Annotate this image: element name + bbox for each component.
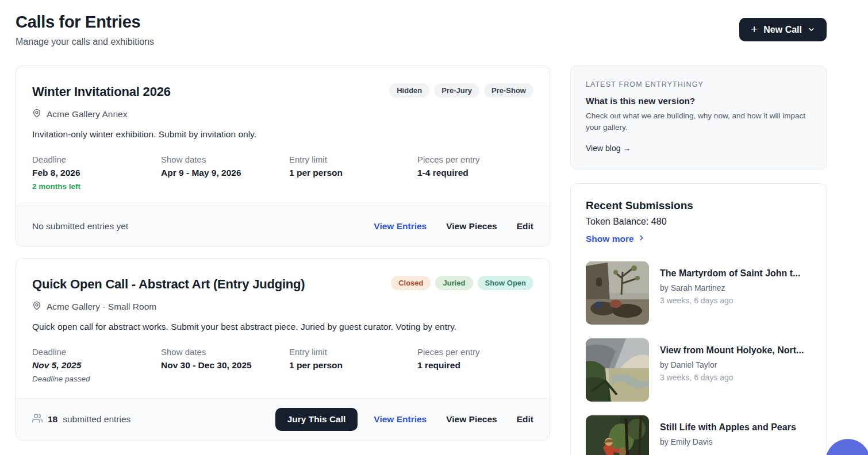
calls-list: Winter Invitational 2026 Hidden Pre-Jury… — [16, 65, 550, 452]
call-title: Quick Open Call - Abstract Art (Entry Ju… — [32, 275, 305, 292]
call-location: Acme Gallery - Small Room — [47, 302, 156, 312]
status-badge-pre-jury: Pre-Jury — [434, 83, 479, 98]
submission-title[interactable]: View from Mount Holyoke, Nort... — [660, 345, 804, 356]
submission-time: 3 weeks, 6 days ago — [660, 373, 804, 382]
call-footer: 18 submitted entries Jury This Call View… — [16, 398, 550, 440]
submission-artist: by Daniel Taylor — [660, 360, 804, 369]
calls-for-entries-page: Calls for Entries Manage your calls and … — [0, 0, 868, 455]
view-pieces-link[interactable]: View Pieces — [446, 414, 497, 425]
call-badges: Closed Juried Show Open — [391, 275, 533, 290]
view-entries-link[interactable]: View Entries — [374, 221, 427, 232]
plus-icon: + — [751, 23, 758, 35]
call-title: Winter Invitational 2026 — [32, 82, 171, 99]
detail-show-dates: Show dates Apr 9 - May 9, 2026 — [161, 155, 289, 191]
submission-item: The Martyrdom of Saint John t... by Sara… — [586, 261, 812, 325]
detail-deadline: Deadline Feb 8, 2026 2 months left — [32, 155, 161, 191]
call-description: Invitation-only winter exhibition. Submi… — [32, 129, 533, 140]
view-blog-link[interactable]: View blog → — [586, 144, 631, 153]
new-call-label: New Call — [763, 25, 802, 35]
submission-item: Still Life with Apples and Pears by Emil… — [586, 415, 812, 455]
status-badge-show-open: Show Open — [478, 276, 534, 290]
page-title-block: Calls for Entries Manage your calls and … — [16, 13, 154, 47]
call-details: Deadline Nov 5, 2025 Deadline passed Sho… — [32, 347, 533, 383]
submission-thumbnail-mount-holyoke[interactable] — [586, 338, 649, 402]
blog-eyebrow: LATEST FROM ENTRYTHINGY — [586, 80, 812, 88]
submission-time: 3 weeks, 6 days ago — [660, 296, 800, 305]
map-pin-icon — [32, 301, 41, 313]
call-badges: Hidden Pre-Jury Pre-Show — [389, 82, 533, 98]
users-icon — [32, 413, 43, 426]
chevron-right-icon — [637, 234, 646, 244]
entries-count: 18 submitted entries — [32, 413, 130, 426]
view-pieces-link[interactable]: View Pieces — [446, 221, 497, 232]
call-location: Acme Gallery Annex — [47, 109, 127, 119]
status-badge-closed: Closed — [391, 276, 431, 290]
call-footer: No submitted entries yet View Entries Vi… — [16, 206, 550, 246]
deadline-countdown: 2 months left — [32, 182, 161, 191]
deadline-passed-note: Deadline passed — [32, 375, 161, 383]
detail-entry-limit: Entry limit 1 per person — [289, 155, 417, 191]
submission-thumbnail-martyrdom[interactable] — [586, 261, 649, 325]
entries-status: No submitted entries yet — [32, 221, 128, 232]
status-badge-hidden: Hidden — [389, 83, 429, 98]
call-card-quick-open-call: Quick Open Call - Abstract Art (Entry Ju… — [16, 258, 550, 441]
detail-deadline: Deadline Nov 5, 2025 Deadline passed — [32, 347, 161, 383]
page-title: Calls for Entries — [16, 13, 154, 32]
submission-title[interactable]: Still Life with Apples and Pears — [660, 422, 796, 433]
blog-body: Check out what we are building, why now,… — [586, 110, 812, 133]
submission-title[interactable]: The Martyrdom of Saint John t... — [660, 268, 800, 279]
submissions-list: The Martyrdom of Saint John t... by Sara… — [586, 261, 812, 455]
show-more-link[interactable]: Show more — [586, 234, 646, 244]
map-pin-icon — [32, 109, 41, 120]
recent-submissions-title: Recent Submissions — [586, 199, 812, 212]
edit-link[interactable]: Edit — [517, 414, 533, 425]
edit-link[interactable]: Edit — [517, 221, 533, 232]
jury-this-call-button[interactable]: Jury This Call — [275, 408, 358, 431]
recent-submissions-card: Recent Submissions Token Balance: 480 Sh… — [570, 183, 827, 455]
new-call-button[interactable]: + New Call — [739, 18, 827, 41]
blog-heading: What is this new version? — [586, 96, 812, 106]
submission-artist: by Sarah Martinez — [660, 283, 800, 292]
page-subtitle: Manage your calls and exhibitions — [16, 37, 154, 47]
call-description: Quick open call for abstract works. Subm… — [32, 322, 533, 332]
blog-card: LATEST FROM ENTRYTHINGY What is this new… — [570, 65, 827, 169]
call-card-winter-invitational: Winter Invitational 2026 Hidden Pre-Jury… — [16, 65, 550, 246]
submission-artist: by Emily Davis — [660, 437, 796, 446]
status-badge-juried: Juried — [435, 276, 473, 290]
status-badge-pre-show: Pre-Show — [484, 83, 533, 98]
detail-pieces-per-entry: Pieces per entry 1 required — [417, 347, 533, 383]
call-details: Deadline Feb 8, 2026 2 months left Show … — [32, 155, 533, 191]
detail-show-dates: Show dates Nov 30 - Dec 30, 2025 — [161, 347, 289, 383]
sidebar: LATEST FROM ENTRYTHINGY What is this new… — [570, 65, 827, 455]
view-entries-link[interactable]: View Entries — [374, 414, 427, 425]
detail-pieces-per-entry: Pieces per entry 1-4 required — [417, 155, 533, 191]
submission-item: View from Mount Holyoke, Nort... by Dani… — [586, 338, 812, 402]
page-header: Calls for Entries Manage your calls and … — [16, 13, 827, 47]
chevron-down-icon — [808, 26, 815, 33]
detail-entry-limit: Entry limit 1 per person — [289, 347, 417, 383]
token-balance: Token Balance: 480 — [586, 217, 812, 227]
submission-thumbnail-still-life[interactable] — [586, 415, 649, 455]
